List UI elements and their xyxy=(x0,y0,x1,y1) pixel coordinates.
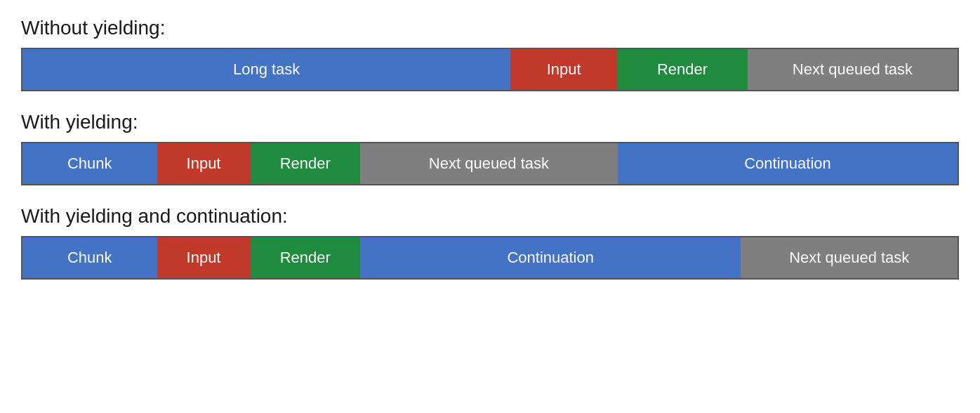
segment-render-1: Render xyxy=(617,49,748,90)
bar-row-2: Chunk Input Render Next queued task Cont… xyxy=(21,142,959,185)
section-with-yielding-and-continuation: With yielding and continuation: Chunk In… xyxy=(21,205,959,280)
segment-next-queued-3: Next queued task xyxy=(741,237,958,278)
section3-title: With yielding and continuation: xyxy=(21,205,959,228)
segment-input-2: Input xyxy=(157,143,251,184)
bar-row-1: Long task Input Render Next queued task xyxy=(21,48,959,91)
section1-title: Without yielding: xyxy=(21,17,959,39)
segment-input-1: Input xyxy=(510,49,617,90)
section-with-yielding: With yielding: Chunk Input Render Next q… xyxy=(21,111,959,185)
segment-next-queued-2: Next queued task xyxy=(360,143,618,184)
section2-title: With yielding: xyxy=(21,111,959,133)
segment-next-queued-1: Next queued task xyxy=(748,49,958,90)
segment-continuation-3: Continuation xyxy=(360,237,741,278)
section-without-yielding: Without yielding: Long task Input Render… xyxy=(21,17,959,91)
segment-continuation-2: Continuation xyxy=(618,143,958,184)
segment-long-task: Long task xyxy=(22,49,510,90)
segment-chunk-2: Chunk xyxy=(22,143,157,184)
segment-chunk-3: Chunk xyxy=(22,237,157,278)
segment-render-3: Render xyxy=(251,237,360,278)
segment-input-3: Input xyxy=(157,237,251,278)
bar-row-3: Chunk Input Render Continuation Next que… xyxy=(21,236,959,280)
segment-render-2: Render xyxy=(251,143,360,184)
